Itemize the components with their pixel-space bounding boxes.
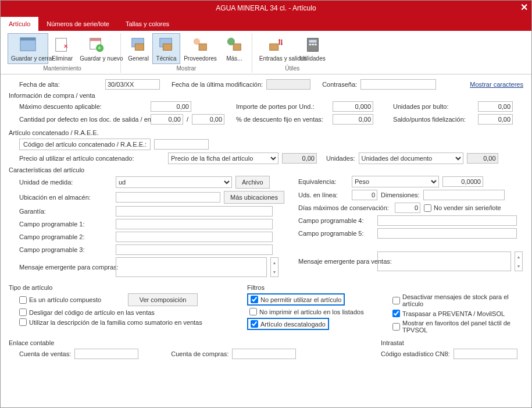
- section-tipo: Tipo de artículo: [9, 284, 235, 291]
- person-box-icon: [191, 36, 209, 54]
- concat-code-input[interactable]: [154, 139, 209, 150]
- desactivar-checkbox[interactable]: Desactivar mensajes de stock para el art…: [392, 293, 523, 307]
- tab-tallas[interactable]: Tallas y colores: [117, 17, 177, 31]
- dims-label: Dimensiones:: [381, 191, 420, 198]
- pct-input[interactable]: [333, 114, 373, 125]
- mas-ubic-button[interactable]: Más ubicaciones: [224, 191, 284, 204]
- svg-rect-18: [309, 40, 316, 43]
- svg-rect-11: [163, 44, 172, 50]
- um-label: Unidad de medida:: [19, 179, 112, 186]
- noimprimir-checkbox[interactable]: No imprimir el artículo en los listados: [247, 308, 364, 315]
- delete-button[interactable]: ✕ Eliminar: [48, 33, 76, 64]
- udslinea-input[interactable]: [352, 190, 377, 200]
- contrasena-input[interactable]: [360, 79, 436, 90]
- pct-label: % de descuento fijo en ventas:: [236, 116, 329, 123]
- svg-rect-1: [20, 38, 35, 41]
- max-desc-input[interactable]: [151, 101, 191, 112]
- ccompras-label: Cuenta de compras:: [171, 350, 228, 357]
- close-icon[interactable]: ✕: [520, 2, 528, 13]
- um-select[interactable]: ud: [116, 176, 232, 188]
- cp4-label: Campo programable 4:: [298, 217, 374, 224]
- general-button[interactable]: General: [124, 33, 152, 64]
- save-icon: [19, 36, 37, 54]
- titlebar: AGUA MINERAL 34 cl. - Artículo ✕: [1, 1, 531, 16]
- fecha-alta-input[interactable]: [105, 79, 160, 90]
- traspasar-checkbox[interactable]: Traspasar a PREVENTA / MovilSOL: [392, 310, 505, 317]
- calculator-icon: [304, 36, 322, 54]
- dims-input[interactable]: [423, 190, 505, 200]
- section-info-compra: Información de compra / venta: [9, 92, 523, 99]
- descatalogado-checkbox[interactable]: Artículo descatalogado: [251, 320, 326, 328]
- save-new-button[interactable]: + Guardar y nuevo: [76, 33, 117, 64]
- memv-spinner[interactable]: ▲▼: [515, 251, 523, 271]
- window-title: AGUA MINERAL 34 cl. - Artículo: [216, 4, 316, 12]
- utilidades-button[interactable]: Utilidades: [297, 33, 329, 64]
- section-enlace: Enlace contable: [9, 339, 369, 346]
- main-tabs: Artículo Números de serie/lote Tallas y …: [1, 16, 531, 31]
- save-close-button[interactable]: Guardar y cerrar: [8, 33, 48, 64]
- proveedores-button[interactable]: Proveedores: [180, 33, 220, 64]
- tab-articulo[interactable]: Artículo: [1, 17, 38, 31]
- desligar-checkbox[interactable]: Desligar del código de artículo en las v…: [19, 308, 155, 316]
- garantia-label: Garantía:: [19, 208, 112, 215]
- chevron-up-icon: ▲: [271, 258, 278, 267]
- svg-rect-16: [270, 44, 279, 50]
- ribbon: Guardar y cerrar ✕ Eliminar + Guardar y …: [1, 31, 531, 74]
- precio-select[interactable]: Precio de la ficha del artículo: [168, 152, 279, 164]
- cventas-label: Cuenta de ventas:: [19, 350, 71, 357]
- usardesc-checkbox[interactable]: Utilizar la descripción de la familia co…: [19, 318, 202, 326]
- memv-input[interactable]: [377, 251, 511, 271]
- nopermitir-checkbox[interactable]: No permitir utilizar el artículo: [251, 296, 341, 303]
- cn8-input[interactable]: [454, 349, 517, 359]
- favoritos-checkbox[interactable]: Mostrar en favoritos del panel táctil de…: [392, 320, 523, 334]
- cp2-label: Campo programable 2:: [19, 233, 112, 240]
- saldo-label: Saldo/puntos fidelización:: [393, 116, 474, 123]
- diasmax-input[interactable]: [395, 203, 420, 213]
- save-new-icon: +: [87, 36, 106, 54]
- contrasena-label: Contraseña:: [322, 81, 357, 88]
- ubic-input[interactable]: [116, 192, 220, 203]
- mas-button[interactable]: Más...: [220, 33, 248, 64]
- memc-label: Mensaje emergente para compras:: [19, 264, 112, 271]
- chevron-down-icon: ▼: [515, 261, 522, 271]
- section-intrastat: Intrastat: [381, 339, 523, 346]
- cp2-input[interactable]: [116, 232, 273, 242]
- nolote-checkbox[interactable]: No vender sin serie/lote: [424, 204, 501, 212]
- cant-def-entrada-input[interactable]: [192, 114, 224, 125]
- cventas-input[interactable]: [74, 349, 138, 359]
- unidades-value: [467, 153, 498, 164]
- equiv-input[interactable]: [442, 176, 483, 187]
- section-caract: Características del artículo: [9, 166, 523, 173]
- uxb-input[interactable]: [478, 101, 513, 112]
- fecha-mod-input: [266, 79, 310, 90]
- unidades-select[interactable]: Unidades del documento: [359, 152, 463, 164]
- box-icon: [129, 36, 148, 54]
- entradas-button[interactable]: Entradas y salidas: [256, 33, 297, 64]
- ccompras-input[interactable]: [232, 349, 296, 359]
- tab-series[interactable]: Números de serie/lote: [38, 17, 117, 31]
- memc-input[interactable]: [116, 257, 267, 277]
- unidades-label: Unidades:: [326, 155, 355, 162]
- cp1-input[interactable]: [116, 219, 273, 229]
- equiv-select[interactable]: Peso: [352, 176, 439, 187]
- importe-input[interactable]: [333, 101, 373, 112]
- ver-composicion-button[interactable]: Ver composición: [128, 293, 198, 306]
- memv-label: Mensaje emergente para ventas:: [298, 258, 374, 265]
- cp5-input[interactable]: [377, 228, 517, 239]
- cp4-input[interactable]: [377, 215, 517, 226]
- chevron-down-icon: ▼: [271, 267, 278, 276]
- compuesto-checkbox[interactable]: Es un artículo compuesto: [19, 296, 101, 304]
- archivo-button[interactable]: Archivo: [235, 176, 270, 189]
- group-mostrar: Mostrar: [177, 64, 197, 73]
- cp3-input[interactable]: [116, 244, 273, 255]
- tecnica-button[interactable]: Técnica: [152, 33, 180, 64]
- equiv-label: Equivalencia:: [298, 178, 348, 185]
- chevron-up-icon: ▲: [515, 252, 522, 261]
- cant-def-salida-input[interactable]: [151, 114, 183, 125]
- max-desc-label: Máximo descuento aplicable:: [19, 103, 147, 110]
- memc-spinner[interactable]: ▲▼: [270, 257, 279, 277]
- mostrar-caracteres-link[interactable]: Mostrar caracteres: [470, 81, 523, 88]
- garantia-input[interactable]: [116, 206, 273, 217]
- fecha-alta-label: Fecha de alta:: [9, 81, 102, 88]
- saldo-input[interactable]: [478, 114, 513, 125]
